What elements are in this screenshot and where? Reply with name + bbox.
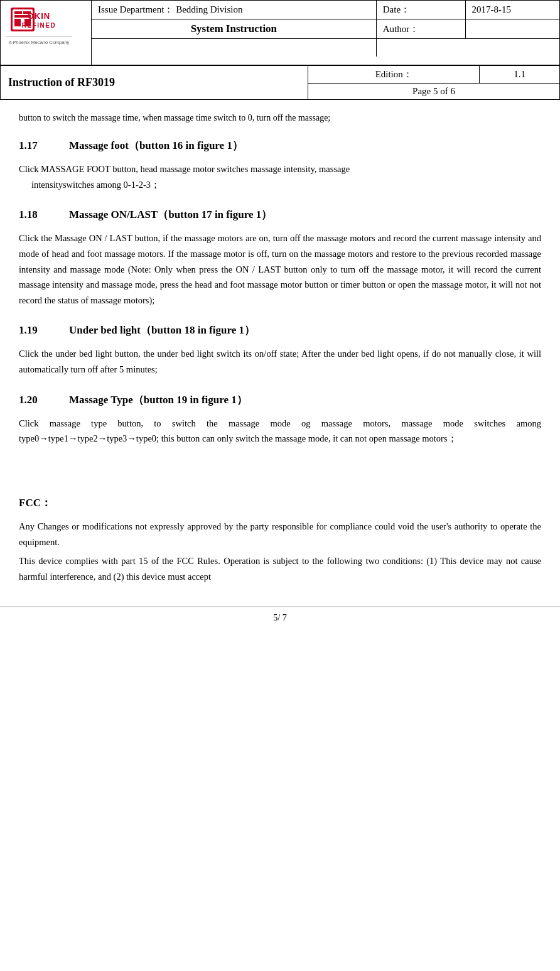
issue-label: Issue Department： — [98, 4, 173, 14]
svg-text:OKIN: OKIN — [28, 11, 51, 21]
section-117-body-text: Click MASSAGE FOOT button, head massage … — [19, 164, 350, 174]
page-wrapper: OKIN REFINED A Phoenix Mecano Company Is… — [0, 0, 560, 627]
issue-dept-cell: Issue Department： Bedding Division — [92, 1, 376, 19]
date-label-cell: Date： — [376, 1, 465, 19]
svg-text:REFINED: REFINED — [22, 22, 56, 29]
fcc-para1: Any Changes or modifications not express… — [19, 519, 541, 550]
system-instruction-cell: System Instruction — [92, 19, 376, 39]
section-120-heading: 1.20 Massage Type（button 19 in figure 1） — [19, 393, 541, 407]
fcc-heading: FCC： — [19, 496, 541, 510]
section-117-body: Click MASSAGE FOOT button, head massage … — [19, 161, 541, 192]
empty-cell-right — [376, 39, 559, 57]
doc-title-cell: Instruction of RF3019 — [1, 66, 308, 100]
intro-paragraph: button to switch the massage time, when … — [19, 111, 541, 124]
header-row-issue: Issue Department： Bedding Division Date：… — [92, 1, 559, 19]
okin-logo-svg: OKIN REFINED A Phoenix Mecano Company — [4, 5, 73, 60]
edition-label-cell: Edition： — [308, 66, 480, 84]
edition-table: Edition： 1.1 Page 5 of 6 — [308, 66, 559, 99]
section-117-num: 1.17 — [19, 139, 69, 152]
section-118-num: 1.18 — [19, 209, 69, 221]
section-119-title: Under bed light（button 18 in figure 1） — [69, 323, 255, 337]
edition-row: Edition： 1.1 — [308, 66, 559, 84]
doc-title-row: Instruction of RF3019 Edition： 1.1 Page … — [0, 65, 560, 100]
page-info-cell: Page 5 of 6 — [308, 84, 559, 100]
section-120-title: Massage Type（button 19 in figure 1） — [69, 393, 247, 407]
page-row: Page 5 of 6 — [308, 84, 559, 100]
svg-rect-5 — [14, 19, 21, 26]
date-value-cell: 2017-8-15 — [465, 1, 559, 19]
author-label-cell: Author： — [376, 19, 465, 39]
header: OKIN REFINED A Phoenix Mecano Company Is… — [0, 0, 560, 65]
fcc-para2: This device complies with part 15 of the… — [19, 553, 541, 584]
logo-image: OKIN REFINED A Phoenix Mecano Company — [4, 4, 73, 61]
svg-rect-2 — [14, 11, 22, 14]
section-118-body: Click the Massage ON / LAST button, if t… — [19, 231, 541, 308]
header-info: Issue Department： Bedding Division Date：… — [92, 1, 560, 65]
section-119-body: Click the under bed light button, the un… — [19, 346, 541, 377]
section-117-title: Massage foot（button 16 in figure 1） — [69, 138, 243, 153]
issue-dept-value: Bedding Division — [176, 4, 242, 14]
section-120-body: Click massage type button, to switch the… — [19, 416, 541, 447]
logo-cell: OKIN REFINED A Phoenix Mecano Company — [1, 1, 92, 65]
empty-cell-left — [92, 39, 376, 57]
author-value-cell — [465, 19, 559, 39]
edition-value-cell: 1.1 — [480, 66, 559, 84]
header-row-system: System Instruction Author： — [92, 19, 559, 39]
header-info-table: Issue Department： Bedding Division Date：… — [92, 1, 559, 57]
section-117-body-indent: intensityswitches among 0-1-2-3； — [31, 180, 160, 190]
section-117-heading: 1.17 Massage foot（button 16 in figure 1） — [19, 138, 541, 153]
edition-page-col: Edition： 1.1 Page 5 of 6 — [308, 66, 560, 100]
svg-text:A Phoenix Mecano Company: A Phoenix Mecano Company — [9, 40, 70, 45]
page-footer: 5/ 7 — [0, 606, 560, 627]
section-118-heading: 1.18 Massage ON/LAST（button 17 in figure… — [19, 207, 541, 222]
main-content: button to switch the massage time, when … — [0, 100, 560, 600]
section-118-title: Massage ON/LAST（button 17 in figure 1） — [69, 207, 272, 222]
page-number: 5/ 7 — [273, 613, 286, 622]
header-row-empty — [92, 39, 559, 57]
section-119-heading: 1.19 Under bed light（button 18 in figure… — [19, 323, 541, 337]
section-119-num: 1.19 — [19, 324, 69, 337]
section-120-num: 1.20 — [19, 394, 69, 406]
